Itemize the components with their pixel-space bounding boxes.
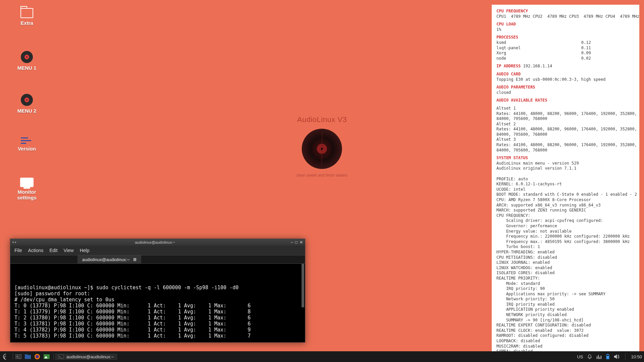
desktop-icon-label: Monitor settings [10,189,44,200]
menu-edit[interactable]: Edit [49,248,57,253]
app-menu-icon[interactable] [2,353,10,361]
minimize-button[interactable]: – [291,240,293,244]
system-status-row: REALTIME EXPERT CONFIGURATION: disabled [496,323,635,328]
taskbar-separator [13,353,13,360]
audio-params-header: AUDIO PARAMETERS [496,85,635,90]
cpu-freq-value: CPU1 4789 MHz CPU2 4789 MHz CPU3 4789 MH… [496,14,635,19]
audio-card-header: AUDIO CARD [496,72,635,77]
audio-rate-row: Rates: 44100, 48000, 88200, 96000, 17640… [496,127,635,132]
process-row: node 0.02 [496,56,635,61]
close-button[interactable]: ✕ [300,240,303,244]
taskbar-separator [53,353,54,360]
brand-center: AudioLinux V3 clear sweet and fresh wate… [297,115,348,178]
image-app-icon[interactable] [43,353,51,361]
ip-value: 192.168.1.14 [523,64,552,68]
menu-help[interactable]: Help [80,248,90,253]
process-row: lxqt-panel 0.11 [496,46,635,51]
system-status-row: CPU FREQUENCY: [496,213,635,219]
terminal-window[interactable]: audiolinux@audiolinux:~ – □ ✕ File Actio… [10,239,305,343]
svg-point-5 [36,355,39,358]
svg-text:>_: >_ [59,355,62,358]
clock[interactable]: 10:50 [631,354,642,359]
audio-rate-row: 84000, 705600, 768000 [496,116,635,122]
system-status-row: Network priority: 50 [496,297,635,302]
menu-actions[interactable]: Actions [28,248,44,253]
system-status-row: AudioLinux main menu - version 529 [496,161,635,166]
taskbar: >_ >_ audiolinux@audiolinux:~ US 10:50 [0,351,644,362]
folder-icon [10,8,44,18]
taskbar-task-title: audiolinux@audiolinux:~ [66,354,114,359]
cpu-freq-header: CPU FREQUENCY [496,9,635,14]
menu-view[interactable]: View [64,248,74,253]
system-status-row: BOOT MODE: standard with C-State 0 enabl… [496,192,635,197]
maximize-button[interactable]: □ [295,240,298,244]
window-titlebar[interactable]: audiolinux@audiolinux:~ – □ ✕ [10,239,305,246]
svg-rect-3 [25,354,28,356]
system-status-header: SYSTEM STATUS [496,156,635,161]
system-status-row: Energy value: not available [496,229,635,234]
system-status-row [496,171,635,177]
system-status-row: RAMROOT: disabled configured: disabled [496,333,635,339]
terminal-scrollbar[interactable] [302,264,304,342]
desktop-icon-menu1[interactable]: MENU 1 [10,51,44,71]
terminal-tab[interactable]: audiolinux@audiolinux:~ ⊠ [77,255,141,263]
terminal-line: [sudo] password for root: [14,291,301,297]
terminal-line: T: 0 (13778) P:98 I:100 C: 600000 Min: 1… [14,303,301,309]
system-status-row: MUSIC2RAM: disabled [496,344,635,349]
system-info-panel: CPU FREQUENCY CPU1 4789 MHz CPU2 4789 MH… [492,5,639,355]
system-status-row: Applications max priority: -> see SUMMAR… [496,292,635,297]
tab-close-icon[interactable]: ⊠ [133,257,137,262]
desktop-icon-version[interactable]: Version [10,137,44,152]
cpu-load-header: CPU LOAD [496,22,635,27]
battery-icon[interactable] [606,354,610,359]
system-status-row: CPU: AMD Ryzen 7 5800X 8-Core Processor [496,197,635,203]
system-status-row: Audiolinux original version 7.1.1 [496,166,635,171]
terminal-line: T: 4 (13782) P:98 I:100 C: 600000 Min: 1… [14,327,301,333]
svg-marker-17 [614,354,617,359]
system-status-row: ARCH: supported x86_64_v3 running x86_64… [496,203,635,208]
system-status-row: LINUX JOURNAL: enabled [496,260,635,265]
firefox-launcher-icon[interactable] [33,353,41,361]
system-status-row: MARCH: supported ZEN3 running GENERIC [496,208,635,213]
system-status-row: IRQ priority: 90 [496,286,635,292]
system-status-row: Turbo boost: 1 [496,244,635,250]
audio-rate-row: Rates: 44100, 48000, 88200, 96000, 17640… [496,111,635,117]
monitor-icon [10,178,44,187]
system-status-row: IRQ priority enabled [496,302,635,307]
menu-file[interactable]: File [14,248,22,253]
filemanager-launcher-icon[interactable] [24,353,32,361]
system-status-row: REALTIME CLOCK: enabled value: 3072 [496,328,635,334]
brand-title: AudioLinux V3 [297,115,348,124]
window-title: audiolinux@audiolinux:~ [135,240,175,244]
desktop-icon-extra[interactable]: Extra [10,8,44,26]
svg-rect-16 [607,356,609,359]
system-status-row: UCODE: intel [496,187,635,192]
terminal-menubar: File Actions Edit View Help [10,246,305,255]
terminal-line: T: 3 (13781) P:98 I:100 C: 600000 Min: 1… [14,321,301,327]
desktop-icon-menu2[interactable]: MENU 2 [10,94,44,114]
audio-rate-row: 84000, 705600, 768000 [496,132,635,137]
system-status-row: LOOPBACK: disabled [496,339,635,344]
svg-rect-11 [598,355,599,359]
terminal-line: # /dev/cpu_dma_latency set to 0us [14,297,301,303]
cpu-load-value: 1% [496,27,635,33]
notification-icon[interactable] [587,354,592,359]
desktop-icon-monitor-settings[interactable]: Monitor settings [10,178,44,200]
window-menu-icon[interactable] [12,242,19,243]
brand-tagline: clear sweet and fresh waters [297,173,348,178]
system-status-row: Scaling driver: acpi-cpufreq configured: [496,218,635,224]
system-status-row: APPLICATION priority enabled [496,307,635,312]
svg-rect-10 [597,356,597,359]
terminal-launcher-icon[interactable]: >_ [14,353,22,361]
taskbar-task-terminal[interactable]: >_ audiolinux@audiolinux:~ [55,354,117,360]
equalizer-icon[interactable] [596,354,602,359]
audio-rate-row: Rates: 44100, 48000, 88200, 96000, 17640… [496,142,635,148]
audio-card-value: Topping E30 at usb-0000:0c:00.3-3, high … [496,77,635,82]
volume-icon[interactable] [614,354,620,359]
keyboard-layout-indicator[interactable]: US [577,354,583,359]
brand-disc-icon [302,129,342,169]
disc-icon [10,94,44,106]
audio-rate-row: Altset 1 [496,106,635,111]
disc-icon [10,51,44,63]
terminal-body[interactable]: [audiolinux@audiolinux ~]$ sudo cyclicte… [10,264,305,342]
